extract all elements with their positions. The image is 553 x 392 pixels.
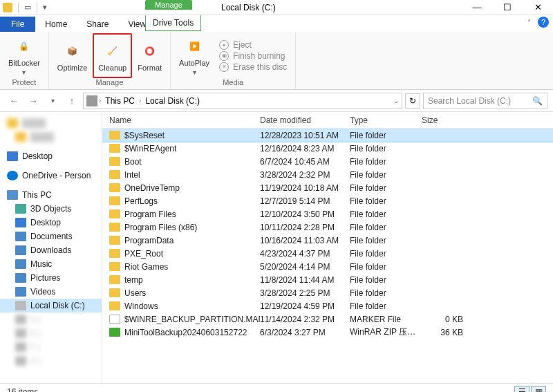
up-button[interactable]: ↑	[64, 93, 80, 109]
sidebar-local-disk-c[interactable]: Local Disk (C:)	[0, 299, 102, 312]
sidebar-quick-access[interactable]: ████	[0, 116, 102, 130]
maximize-button[interactable]: ☐	[492, 0, 523, 15]
file-row[interactable]: Program Files12/10/2024 3:50 PMFile fold…	[102, 207, 553, 221]
format-button[interactable]: ⭕ Format	[133, 33, 166, 78]
ribbon-group-protect: 🔒 BitLocker ▾ Protect	[0, 32, 49, 89]
search-icon: 🔍	[532, 96, 543, 106]
file-date: 11/8/2024 11:44 AM	[260, 275, 350, 285]
file-name: $WINRE_BACKUP_PARTITION.MARKER	[124, 315, 260, 324]
file-date: 12/19/2024 4:59 PM	[260, 301, 350, 311]
bitlocker-icon: 🔒	[13, 35, 35, 57]
file-list[interactable]: $SysReset12/28/2023 10:51 AMFile folder$…	[102, 129, 553, 383]
file-icon	[109, 328, 120, 337]
tab-file[interactable]: File	[0, 17, 35, 32]
file-type: File folder	[350, 196, 422, 206]
help-icon[interactable]: ?	[538, 17, 549, 28]
refresh-button[interactable]: ↻	[405, 93, 420, 109]
sidebar-videos[interactable]: Videos	[0, 285, 102, 299]
file-row[interactable]: $SysReset12/28/2023 10:51 AMFile folder	[102, 129, 553, 142]
cleanup-icon: 🧹	[102, 40, 124, 62]
file-type: File folder	[350, 157, 422, 167]
sidebar-3dobjects[interactable]: 3D Objects	[0, 202, 102, 216]
view-details-button[interactable]: ☰	[514, 386, 529, 393]
back-button[interactable]: ←	[6, 93, 22, 109]
file-row[interactable]: Program Files (x86)10/11/2024 2:28 PMFil…	[102, 221, 553, 234]
file-icon	[109, 196, 120, 205]
file-type: File folder	[350, 249, 422, 259]
sidebar-onedrive[interactable]: OneDrive - Person	[0, 169, 102, 183]
sidebar-pictures[interactable]: Pictures	[0, 271, 102, 285]
file-name: Boot	[124, 157, 142, 167]
autoplay-button[interactable]: ▶️ AutoPlay ▾	[175, 33, 214, 78]
qat-dropdown-icon[interactable]: ▾	[43, 3, 47, 12]
close-button[interactable]: ✕	[523, 0, 553, 15]
bitlocker-button[interactable]: 🔒 BitLocker ▾	[4, 33, 44, 78]
sidebar[interactable]: ████ ████ Desktop OneDrive - Person This…	[0, 112, 102, 383]
breadcrumb-thispc[interactable]: This PC	[102, 96, 138, 106]
file-row[interactable]: Intel3/28/2024 2:32 PMFile folder	[102, 168, 553, 181]
cleanup-button[interactable]: 🧹 Cleanup	[93, 33, 132, 78]
search-input[interactable]: Search Local Disk (C:) 🔍	[423, 93, 547, 109]
column-name[interactable]: Name	[102, 115, 260, 125]
sidebar-drive-d[interactable]: D:)	[0, 312, 102, 326]
file-name: Program Files (x86)	[124, 223, 197, 232]
file-row[interactable]: MiniToolBackup202406031527226/3/2024 3:2…	[102, 326, 553, 339]
sidebar-drive-e[interactable]: E:)	[0, 326, 102, 340]
column-size[interactable]: Size	[422, 115, 470, 125]
file-row[interactable]: OneDriveTemp11/19/2024 10:18 AMFile fold…	[102, 181, 553, 194]
file-row[interactable]: $WinREAgent12/16/2024 8:23 AMFile folder	[102, 142, 553, 155]
sidebar-item[interactable]: ████	[0, 130, 102, 144]
column-type[interactable]: Type	[350, 115, 422, 125]
eject-button: ▴Eject	[219, 40, 287, 50]
sidebar-documents[interactable]: Documents	[0, 230, 102, 243]
tab-share[interactable]: Share	[77, 17, 118, 32]
breadcrumb-dropdown-icon[interactable]: ⌄	[393, 97, 399, 104]
history-dropdown[interactable]: ▾	[44, 93, 61, 109]
breadcrumb[interactable]: › This PC › Local Disk (C:) ⌄	[83, 93, 402, 109]
file-list-panel: Name Date modified Type Size $SysReset12…	[102, 112, 553, 383]
file-row[interactable]: PerfLogs12/7/2019 5:14 PMFile folder	[102, 194, 553, 207]
forward-button[interactable]: →	[25, 93, 41, 109]
file-name: $SysReset	[124, 131, 165, 140]
sidebar-thispc[interactable]: This PC	[0, 188, 102, 202]
tab-home[interactable]: Home	[35, 17, 77, 32]
file-row[interactable]: Boot6/7/2024 10:45 AMFile folder	[102, 155, 553, 168]
file-row[interactable]: temp11/8/2024 11:44 AMFile folder	[102, 273, 553, 286]
minimize-button[interactable]: —	[462, 0, 492, 15]
file-type: File folder	[350, 262, 422, 272]
optimize-button[interactable]: 📦 Optimize	[53, 33, 91, 78]
file-row[interactable]: Windows12/19/2024 4:59 PMFile folder	[102, 299, 553, 312]
breadcrumb-drive[interactable]: Local Disk (C:)	[142, 96, 203, 106]
ribbon-tabs: File Home Share View Drive Tools ˄ ?	[0, 15, 553, 32]
sidebar-music[interactable]: Music	[0, 257, 102, 271]
file-date: 12/10/2024 3:50 PM	[260, 209, 350, 219]
column-date[interactable]: Date modified	[260, 115, 350, 125]
qat-save-icon[interactable]: ▭	[24, 3, 31, 12]
sidebar-downloads[interactable]: Downloads	[0, 243, 102, 257]
sidebar-drive-f[interactable]: F:)	[0, 340, 102, 354]
burn-icon: ◉	[219, 51, 229, 61]
tab-drive-tools[interactable]: Drive Tools	[145, 15, 201, 31]
sidebar-desktop2[interactable]: Desktop	[0, 216, 102, 230]
file-date: 12/16/2024 8:23 AM	[260, 144, 350, 153]
file-name: Riot Games	[124, 262, 168, 272]
file-icon	[109, 288, 120, 297]
file-row[interactable]: Riot Games5/20/2024 4:14 PMFile folder	[102, 260, 553, 273]
title-bar: ▭ ▾ Manage Local Disk (C:) — ☐ ✕	[0, 0, 553, 15]
file-type: File folder	[350, 236, 422, 245]
file-row[interactable]: PXE_Root4/23/2024 4:37 PMFile folder	[102, 247, 553, 260]
file-name: Windows	[124, 301, 158, 311]
file-row[interactable]: ProgramData10/16/2024 11:03 AMFile folde…	[102, 234, 553, 247]
file-name: PerfLogs	[124, 196, 158, 206]
file-name: temp	[124, 275, 143, 285]
sidebar-drive-g[interactable]: G:)	[0, 354, 102, 368]
file-type: File folder	[350, 301, 422, 311]
sidebar-desktop[interactable]: Desktop	[0, 149, 102, 163]
column-headers[interactable]: Name Date modified Type Size	[102, 112, 553, 129]
file-date: 12/7/2019 5:14 PM	[260, 196, 350, 206]
collapse-ribbon-icon[interactable]: ˄	[527, 19, 531, 26]
file-row[interactable]: Users3/28/2024 2:25 PMFile folder	[102, 286, 553, 299]
file-type: File folder	[350, 209, 422, 219]
file-row[interactable]: $WINRE_BACKUP_PARTITION.MARKER11/14/2024…	[102, 312, 553, 326]
view-icons-button[interactable]: ▦	[531, 386, 546, 393]
